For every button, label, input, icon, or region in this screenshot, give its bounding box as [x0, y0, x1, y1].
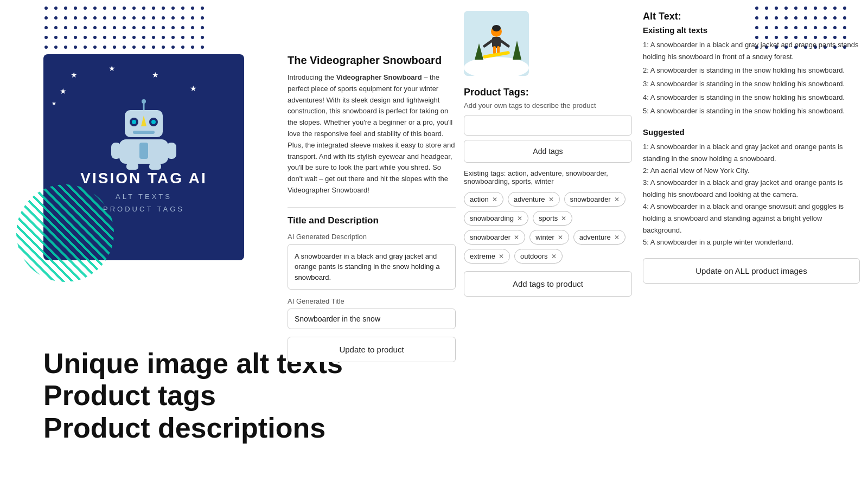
svg-point-20 — [74, 16, 77, 20]
svg-point-107 — [804, 7, 807, 10]
tags-panel: Product Tags: Add your own tags to descr… — [464, 11, 632, 297]
alt-existing-item-3: 3: A snowboarder is standing in the snow… — [643, 78, 860, 90]
svg-point-16 — [201, 7, 204, 10]
tags-heading: Product Tags: — [464, 87, 632, 98]
svg-point-74 — [103, 46, 106, 49]
add-tags-to-product-button[interactable]: Add tags to product — [464, 271, 632, 297]
svg-point-111 — [843, 7, 846, 10]
svg-point-77 — [132, 46, 136, 49]
add-tags-button[interactable]: Add tags — [464, 140, 632, 163]
star-icon: ★ — [190, 84, 197, 93]
logo-title: VISION TAG AI — [80, 170, 207, 187]
svg-point-106 — [794, 7, 797, 10]
svg-point-33 — [201, 16, 204, 20]
svg-point-19 — [64, 16, 67, 20]
svg-point-21 — [84, 16, 87, 20]
alt-existing-item-1: 1: A snowboarder in a black and gray jac… — [643, 39, 860, 63]
svg-point-46 — [162, 26, 165, 29]
tag-chip-extreme[interactable]: extreme ✕ — [464, 249, 510, 264]
svg-point-84 — [201, 46, 204, 49]
svg-point-38 — [84, 26, 87, 29]
svg-point-103 — [765, 7, 768, 10]
tag-label: extreme — [470, 252, 495, 260]
update-all-product-images-button[interactable]: Update on ALL product images — [643, 258, 860, 284]
svg-point-40 — [103, 26, 106, 29]
svg-point-66 — [191, 36, 194, 39]
update-to-product-button[interactable]: Update to product — [288, 337, 456, 362]
snowboarder-thumbnail — [464, 11, 529, 76]
svg-rect-160 — [133, 131, 155, 134]
svg-point-79 — [152, 46, 155, 49]
tag-chip-snowboarder[interactable]: snowboarder ✕ — [564, 192, 626, 207]
svg-point-12 — [162, 7, 165, 10]
tag-label: snowboarding — [470, 214, 514, 222]
svg-point-37 — [74, 26, 77, 29]
svg-point-67 — [201, 36, 204, 39]
tag-remove-icon[interactable]: ✕ — [614, 234, 620, 241]
svg-point-4 — [84, 7, 87, 10]
tag-remove-icon[interactable]: ✕ — [561, 215, 566, 222]
svg-point-17 — [44, 16, 48, 20]
tag-chip-snowboarding[interactable]: snowboarding ✕ — [464, 211, 528, 226]
alt-suggested-list: 1: A snowboarder in a black and gray jac… — [643, 141, 860, 249]
svg-point-14 — [181, 7, 184, 10]
svg-point-59 — [123, 36, 126, 39]
tag-chip-winter[interactable]: winter ✕ — [529, 230, 569, 245]
svg-point-73 — [93, 46, 97, 49]
ai-description-box: A snowboarder in a black and gray jacket… — [288, 244, 456, 290]
product-title: The Videographer Snowboard — [288, 54, 456, 67]
svg-point-2 — [64, 7, 67, 10]
svg-point-23 — [103, 16, 106, 20]
tag-remove-icon[interactable]: ✕ — [499, 253, 504, 260]
star-icon: ★ — [152, 70, 159, 79]
svg-point-68 — [44, 46, 48, 49]
svg-point-110 — [833, 7, 837, 10]
ai-title-input[interactable] — [288, 309, 456, 329]
tag-chip-outdoors[interactable]: outdoors ✕ — [514, 249, 563, 264]
tag-chip-sports[interactable]: sports ✕ — [533, 211, 572, 226]
alt-existing-item-4: 4: A snowboarder is standing in the snow… — [643, 92, 860, 104]
alt-suggested-item-5: 5: A snowboarder in a purple winter wond… — [643, 236, 860, 248]
svg-point-8 — [123, 7, 126, 10]
svg-point-56 — [93, 36, 97, 39]
tag-label: action — [470, 195, 489, 203]
tag-remove-icon[interactable]: ✕ — [492, 196, 497, 203]
tag-remove-icon[interactable]: ✕ — [551, 253, 557, 260]
tag-chip-snowboarder2[interactable]: snowboarder ✕ — [464, 230, 525, 245]
svg-point-109 — [824, 7, 827, 10]
star-icon: ★ — [60, 87, 67, 95]
svg-point-39 — [93, 26, 97, 29]
tag-remove-icon[interactable]: ✕ — [548, 196, 554, 203]
svg-point-63 — [162, 36, 165, 39]
title-and-desc-heading: Title and Description — [288, 207, 456, 226]
svg-point-30 — [171, 16, 175, 20]
tag-remove-icon[interactable]: ✕ — [514, 234, 519, 241]
svg-point-65 — [181, 36, 184, 39]
svg-rect-174 — [493, 46, 496, 54]
svg-point-31 — [181, 16, 184, 20]
svg-point-52 — [54, 36, 58, 39]
tag-chip-adventure[interactable]: adventure ✕ — [508, 192, 560, 207]
star-icon: ★ — [108, 64, 116, 73]
tag-chip-action[interactable]: action ✕ — [464, 192, 503, 207]
svg-point-158 — [151, 120, 156, 124]
tag-remove-icon[interactable]: ✕ — [614, 196, 620, 203]
svg-point-10 — [142, 7, 145, 10]
svg-point-1 — [54, 7, 58, 10]
svg-point-42 — [123, 26, 126, 29]
svg-point-82 — [181, 46, 184, 49]
tag-remove-icon[interactable]: ✕ — [558, 234, 563, 241]
svg-point-32 — [191, 16, 194, 20]
svg-point-70 — [64, 46, 67, 49]
svg-rect-164 — [167, 143, 176, 159]
alt-existing-item-5: 5: A snowboarder is standing in the snow… — [643, 105, 860, 117]
tag-remove-icon[interactable]: ✕ — [517, 215, 522, 222]
tags-input[interactable] — [464, 115, 632, 136]
svg-point-26 — [132, 16, 136, 20]
svg-point-60 — [132, 36, 136, 39]
svg-point-45 — [152, 26, 155, 29]
tag-chip-adventure2[interactable]: adventure ✕ — [573, 230, 626, 245]
svg-point-44 — [142, 26, 145, 29]
svg-point-75 — [113, 46, 116, 49]
svg-point-50 — [201, 26, 204, 29]
